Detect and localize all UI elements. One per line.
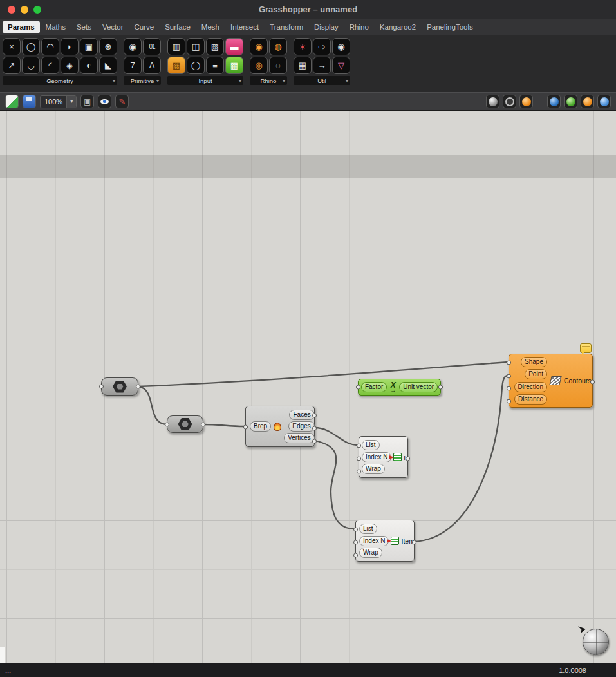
- data-recorder-icon[interactable]: ▦: [294, 57, 312, 74]
- sketch-button[interactable]: ✎: [115, 95, 129, 108]
- input-grip-shape[interactable]: [507, 361, 511, 365]
- wrap-input-label[interactable]: Wrap: [362, 464, 385, 474]
- surface-param-icon[interactable]: ◈: [61, 57, 79, 74]
- arc-param-icon[interactable]: ◠: [41, 38, 59, 55]
- control-knob-icon[interactable]: ◫: [187, 38, 205, 55]
- preview-toggle-button[interactable]: [98, 95, 111, 108]
- plugin-orange-button[interactable]: [581, 95, 594, 108]
- integer-param-icon[interactable]: 7: [124, 57, 142, 74]
- wire-param-a-to-param-b[interactable]: [138, 386, 167, 424]
- tab-panelingtools[interactable]: PanelingTools: [422, 21, 478, 33]
- honeycomb-icon[interactable]: ◍: [269, 38, 287, 55]
- panel-icon[interactable]: ▬: [225, 38, 243, 55]
- input-grip-index[interactable]: [357, 457, 361, 461]
- zoom-dropdown[interactable]: 100% ▾: [40, 95, 77, 108]
- text-param-icon[interactable]: A: [143, 57, 161, 74]
- list-input-label[interactable]: List: [362, 440, 380, 450]
- tab-surface[interactable]: Surface: [160, 21, 196, 33]
- circle-param-icon[interactable]: ◯: [22, 38, 40, 55]
- tab-vector[interactable]: Vector: [97, 21, 129, 33]
- cluster-icon[interactable]: ◉: [332, 38, 350, 55]
- tab-kangaroo2[interactable]: Kangaroo2: [375, 21, 421, 33]
- gradient-icon[interactable]: ▨: [167, 57, 185, 74]
- grasshopper-logo-button[interactable]: [519, 95, 533, 108]
- list-item-component-1[interactable]: List Index N Wrap i: [359, 436, 408, 478]
- wire-param-a-to-contour-shape[interactable]: [138, 362, 508, 386]
- cookie-icon[interactable]: ◌: [269, 57, 287, 74]
- gene-pool-icon[interactable]: ▥: [167, 38, 185, 55]
- contour-component[interactable]: Shape Point Direction Distance Contours: [509, 354, 593, 408]
- box-param-icon[interactable]: ▣: [80, 38, 98, 55]
- curve-param-icon[interactable]: ◗: [61, 38, 79, 55]
- candy-icon[interactable]: ◉: [250, 38, 268, 55]
- display-preview-button[interactable]: [486, 95, 499, 108]
- output-grip-edges[interactable]: [312, 426, 317, 431]
- output-grip-faces[interactable]: [312, 414, 317, 418]
- canvas[interactable]: Factor X→ Unit vector Brep Faces Edges V…: [0, 111, 616, 663]
- wire-param-b-to-brep[interactable]: [203, 424, 245, 426]
- export-arrow-icon[interactable]: →: [313, 57, 331, 74]
- geometry-param-b[interactable]: [167, 415, 203, 433]
- output-grip-item[interactable]: [412, 540, 416, 545]
- faces-output-label[interactable]: Faces: [289, 410, 314, 420]
- input-grip[interactable]: [99, 385, 104, 389]
- collapsed-panel[interactable]: [0, 647, 5, 663]
- mesh-param-icon[interactable]: ◣: [99, 57, 117, 74]
- display-wire-button[interactable]: [503, 95, 516, 108]
- sphere-param-icon[interactable]: ⊕: [99, 38, 117, 55]
- ribbon-group-label-input[interactable]: Input ▾: [167, 76, 243, 85]
- null-param-icon[interactable]: ×: [3, 38, 21, 55]
- cherries-icon[interactable]: ∗: [294, 38, 312, 55]
- wire-list2-item-to-contour-point[interactable]: [415, 376, 508, 542]
- wrap-input-label[interactable]: Wrap: [359, 548, 382, 558]
- flask-icon[interactable]: ▽: [332, 57, 350, 74]
- unit-vector-input-label[interactable]: Factor: [361, 382, 387, 392]
- output-grip-item[interactable]: [406, 457, 410, 461]
- input-grip-wrap[interactable]: [357, 470, 361, 474]
- unit-vector-component[interactable]: Factor X→ Unit vector: [358, 379, 441, 396]
- ribbon-group-label-geometry[interactable]: Geometry ▾: [3, 76, 117, 85]
- list-item-component-2[interactable]: List Index N Wrap Item: [355, 520, 415, 562]
- tab-curve[interactable]: Curve: [129, 21, 160, 33]
- tab-params[interactable]: Params: [3, 21, 40, 33]
- input-grip[interactable]: [356, 385, 360, 390]
- input-grip[interactable]: [165, 422, 169, 426]
- plugin-lightblue-button[interactable]: [597, 95, 611, 108]
- tab-transform[interactable]: Transform: [265, 21, 308, 33]
- import-arrow-icon[interactable]: ⇨: [313, 38, 331, 55]
- vector-param-icon[interactable]: ↗: [3, 57, 21, 74]
- input-grip-list[interactable]: [357, 444, 361, 448]
- warning-balloon-icon[interactable]: [580, 343, 592, 353]
- binary-param-icon[interactable]: 01: [143, 38, 161, 55]
- new-document-button[interactable]: [5, 95, 19, 108]
- input-grip-list[interactable]: [353, 528, 358, 532]
- colour-swatch-icon[interactable]: ▩: [225, 57, 243, 74]
- interp-curve-param-icon[interactable]: ◡: [22, 57, 40, 74]
- distance-input-label[interactable]: Distance: [514, 394, 547, 405]
- arc3pt-param-icon[interactable]: ◜: [41, 57, 59, 74]
- input-grip-brep[interactable]: [243, 425, 248, 430]
- index-input-label[interactable]: Index N: [362, 452, 391, 462]
- direction-input-label[interactable]: Direction: [514, 382, 547, 392]
- output-grip-contours[interactable]: [590, 380, 595, 385]
- brep-input-label[interactable]: Brep: [250, 421, 271, 432]
- plugin-blue-button[interactable]: [547, 95, 561, 108]
- wire-brep-vertices-to-list2[interactable]: [315, 441, 355, 529]
- value-list-icon[interactable]: ≡: [206, 57, 224, 74]
- tab-display[interactable]: Display: [309, 21, 344, 33]
- deconstruct-brep-component[interactable]: Brep Faces Edges Vertices: [245, 406, 315, 447]
- canvas-compass-widget[interactable]: [583, 629, 609, 655]
- ribbon-group-label-primitive[interactable]: Primitive ▾: [124, 76, 161, 85]
- zoom-extents-button[interactable]: ▣: [80, 95, 94, 108]
- tab-rhino[interactable]: Rhino: [344, 21, 374, 33]
- input-grip-wrap[interactable]: [353, 553, 358, 558]
- contours-output-label[interactable]: Contours: [564, 377, 592, 385]
- output-grip-vertices[interactable]: [312, 439, 317, 444]
- input-grip-index[interactable]: [353, 540, 358, 545]
- save-document-button[interactable]: [23, 95, 36, 108]
- geometry-param-icon[interactable]: ◐: [80, 57, 98, 74]
- point-input-label[interactable]: Point: [525, 369, 547, 379]
- list-input-label[interactable]: List: [359, 524, 377, 534]
- plugin-green-button[interactable]: [564, 95, 577, 108]
- edges-output-label[interactable]: Edges: [288, 421, 314, 432]
